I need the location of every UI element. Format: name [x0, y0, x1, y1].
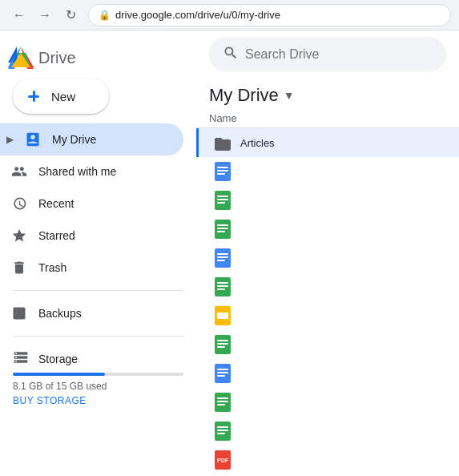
- shared-icon: [10, 162, 29, 181]
- drive-logo-icon: [6, 43, 35, 72]
- expand-arrow-icon: ▶: [6, 134, 14, 145]
- search-box[interactable]: [209, 37, 446, 72]
- sidebar: Drive New ▶ My Drive Shared with me: [0, 30, 196, 476]
- table-row[interactable]: [196, 244, 459, 272]
- nav-icons: ← → ↻: [8, 4, 82, 26]
- sidebar-divider: [13, 290, 183, 291]
- table-row[interactable]: [196, 157, 459, 186]
- svg-rect-29: [217, 346, 225, 348]
- svg-rect-19: [217, 231, 225, 232]
- page-title: My Drive: [209, 85, 279, 106]
- svg-rect-34: [217, 401, 228, 402]
- lock-icon: 🔒: [99, 10, 111, 21]
- svg-rect-30: [217, 369, 228, 370]
- sidebar-label-recent: Recent: [38, 197, 74, 210]
- sidebar-label-starred: Starred: [38, 229, 75, 242]
- svg-rect-24: [217, 285, 228, 287]
- sidebar-label-my-drive: My Drive: [52, 133, 96, 146]
- svg-rect-28: [217, 343, 228, 345]
- pdf-icon: PDF: [211, 449, 234, 471]
- svg-rect-18: [217, 228, 228, 229]
- svg-rect-22: [217, 260, 225, 261]
- url-text: drive.google.com/drive/u/0/my-drive: [115, 9, 280, 21]
- svg-rect-27: [217, 340, 228, 341]
- drive-logo-area: Drive: [0, 37, 196, 75]
- doc-green-icon-5: [211, 391, 234, 413]
- svg-rect-11: [217, 167, 228, 168]
- svg-rect-36: [217, 426, 228, 428]
- my-drive-icon: [23, 130, 42, 149]
- storage-text-label: Storage: [38, 353, 78, 365]
- drive-header: My Drive ▼: [196, 79, 459, 109]
- svg-rect-32: [217, 375, 225, 377]
- table-row[interactable]: [196, 272, 459, 301]
- search-input[interactable]: [245, 47, 433, 62]
- svg-rect-13: [217, 173, 225, 175]
- doc-yellow-icon: [211, 305, 234, 327]
- sidebar-item-my-drive[interactable]: ▶ My Drive: [0, 123, 183, 155]
- drive-wordmark: Drive: [38, 49, 76, 67]
- sidebar-item-shared[interactable]: Shared with me: [0, 155, 183, 188]
- backups-icon: [10, 304, 29, 323]
- svg-rect-16: [217, 202, 225, 204]
- table-row[interactable]: [196, 186, 459, 215]
- storage-section: Storage 8.1 GB of 15 GB used BUY STORAGE: [0, 343, 196, 413]
- svg-rect-25: [217, 288, 225, 290]
- doc-blue-icon-3: [211, 362, 234, 385]
- sidebar-label-trash: Trash: [38, 261, 66, 274]
- new-button-label: New: [51, 90, 75, 103]
- sidebar-item-starred[interactable]: Starred: [0, 220, 183, 252]
- address-bar[interactable]: 🔒 drive.google.com/drive/u/0/my-drive: [88, 4, 451, 26]
- back-button[interactable]: ←: [8, 4, 30, 26]
- table-row[interactable]: [196, 417, 459, 446]
- plus-icon: [24, 87, 43, 106]
- doc-blue-icon-2: [211, 247, 234, 269]
- file-list: Name Articles: [196, 109, 459, 476]
- svg-rect-20: [217, 253, 228, 255]
- recent-icon: [10, 194, 29, 213]
- table-row[interactable]: [196, 388, 459, 417]
- svg-rect-33: [217, 397, 228, 399]
- sidebar-item-trash[interactable]: Trash: [0, 252, 183, 284]
- sidebar-label-backups: Backups: [38, 307, 82, 320]
- top-bar: [196, 30, 459, 79]
- new-button[interactable]: New: [13, 79, 109, 114]
- svg-rect-37: [217, 430, 228, 431]
- search-icon: [223, 45, 239, 65]
- sidebar-item-recent[interactable]: Recent: [0, 188, 183, 220]
- doc-green-icon: [211, 189, 234, 212]
- refresh-button[interactable]: ↻: [59, 4, 82, 26]
- storage-label-row: Storage: [13, 349, 183, 368]
- svg-rect-21: [217, 256, 228, 258]
- trash-icon: [10, 258, 29, 277]
- column-header-name: Name: [196, 109, 459, 128]
- table-row[interactable]: PDF: [196, 446, 459, 474]
- sidebar-item-backups[interactable]: Backups: [0, 297, 183, 329]
- sidebar-label-shared: Shared with me: [38, 165, 116, 178]
- doc-green-icon-4: [211, 333, 234, 356]
- storage-used-text: 8.1 GB of 15 GB used: [13, 381, 183, 392]
- svg-rect-38: [217, 433, 225, 434]
- buy-storage-link[interactable]: BUY STORAGE: [13, 395, 183, 406]
- svg-rect-35: [217, 404, 225, 405]
- doc-blue-icon: [211, 160, 234, 183]
- table-row[interactable]: Articles: [196, 128, 459, 157]
- svg-rect-17: [217, 224, 228, 226]
- table-row[interactable]: [196, 330, 459, 359]
- starred-icon: [10, 226, 29, 245]
- browser-chrome: ← → ↻ 🔒 drive.google.com/drive/u/0/my-dr…: [0, 0, 459, 30]
- table-row[interactable]: [196, 215, 459, 244]
- dropdown-arrow-icon[interactable]: ▼: [284, 89, 295, 102]
- forward-button[interactable]: →: [34, 4, 56, 26]
- storage-icon: [13, 349, 29, 368]
- app-container: Drive New ▶ My Drive Shared with me: [0, 30, 459, 476]
- svg-rect-12: [217, 170, 228, 171]
- drive-logo-svg: [6, 43, 35, 72]
- table-row[interactable]: [196, 359, 459, 388]
- svg-rect-26: [217, 313, 228, 319]
- svg-rect-15: [217, 199, 228, 200]
- table-row[interactable]: [196, 301, 459, 330]
- sidebar-divider-2: [13, 336, 183, 337]
- svg-rect-31: [217, 372, 228, 373]
- main-content: My Drive ▼ Name Articles: [196, 30, 459, 476]
